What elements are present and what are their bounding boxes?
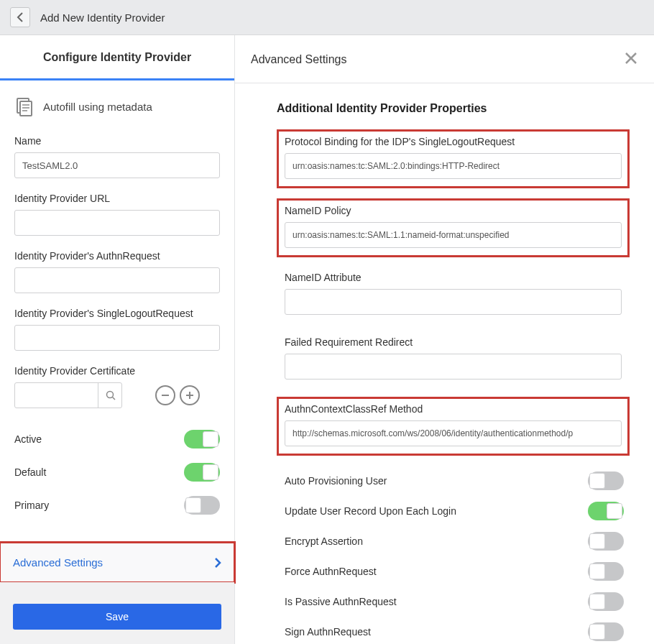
document-icon: [14, 96, 34, 116]
update-user-label: Update User Record Upon Each Login: [285, 505, 456, 517]
plus-icon: [185, 390, 195, 400]
autofill-label: Autofill using metadata: [43, 101, 152, 113]
name-label: Name: [14, 135, 220, 147]
is-passive-toggle[interactable]: [588, 592, 624, 611]
authn-ctx-input[interactable]: [285, 420, 622, 446]
is-passive-label: Is Passive AuthnRequest: [285, 596, 397, 607]
nameid-policy-input[interactable]: [285, 222, 622, 248]
default-toggle[interactable]: [184, 463, 220, 482]
close-button[interactable]: [624, 51, 638, 68]
idp-authn-label: Identity Provider's AuthnRequest: [14, 250, 220, 262]
additional-props-title: Additional Identity Provider Properties: [277, 102, 630, 115]
force-authn-label: Force AuthnRequest: [285, 566, 377, 577]
update-user-toggle[interactable]: [588, 502, 624, 520]
encrypt-toggle[interactable]: [588, 532, 624, 551]
chevron-left-icon: [17, 12, 24, 22]
autofill-metadata-button[interactable]: Autofill using metadata: [14, 96, 220, 116]
protocol-binding-input[interactable]: [285, 153, 622, 179]
configure-idp-title: Configure Identity Provider: [0, 51, 234, 64]
nameid-attr-input[interactable]: [285, 289, 622, 315]
page-title: Add New Identity Provider: [40, 12, 165, 24]
svg-line-6: [112, 397, 115, 400]
active-label: Active: [14, 433, 42, 445]
protocol-binding-label: Protocol Binding for the IDP's SingleLog…: [285, 136, 622, 147]
save-button[interactable]: Save: [13, 604, 221, 630]
primary-label: Primary: [14, 500, 49, 511]
left-panel: Configure Identity Provider Autofill usi…: [0, 35, 235, 644]
auto-prov-toggle[interactable]: [588, 472, 624, 490]
idp-authn-input[interactable]: [14, 267, 220, 293]
nameid-policy-label: NameID Policy: [285, 205, 622, 216]
failed-redirect-input[interactable]: [285, 354, 622, 380]
svg-point-5: [106, 392, 113, 398]
close-icon: [624, 51, 638, 65]
sign-authn-toggle[interactable]: [588, 622, 624, 641]
name-input[interactable]: [14, 152, 220, 178]
primary-toggle[interactable]: [184, 496, 220, 515]
authn-ctx-label: AuthnContextClassRef Method: [285, 403, 622, 415]
chevron-right-icon: [214, 557, 221, 569]
cert-add-button[interactable]: [180, 385, 200, 405]
force-authn-toggle[interactable]: [588, 562, 624, 581]
auto-prov-label: Auto Provisioning User: [285, 475, 387, 487]
default-label: Default: [14, 466, 46, 478]
topbar: Add New Identity Provider: [0, 0, 654, 35]
idp-slo-input[interactable]: [14, 325, 220, 351]
idp-slo-label: Identity Provider's SingleLogoutRequest: [14, 308, 220, 319]
encrypt-label: Encrypt Assertion: [285, 535, 363, 547]
svg-rect-1: [20, 101, 32, 116]
right-panel: Advanced Settings Additional Identity Pr…: [235, 35, 654, 644]
search-icon: [106, 390, 116, 400]
idp-cert-label: Identity Provider Certificate: [14, 365, 220, 377]
nameid-attr-label: NameID Attribute: [285, 272, 622, 283]
sign-authn-label: Sign AuthnRequest: [285, 626, 371, 638]
left-panel-header: Configure Identity Provider: [0, 35, 234, 80]
advanced-settings-label: Advanced Settings: [13, 556, 103, 569]
active-toggle[interactable]: [184, 430, 220, 448]
idp-url-label: Identity Provider URL: [14, 193, 220, 204]
advanced-settings-title: Advanced Settings: [251, 53, 346, 66]
advanced-settings-button[interactable]: Advanced Settings: [0, 543, 234, 582]
minus-icon: [160, 390, 170, 400]
failed-redirect-label: Failed Requirement Redirect: [285, 336, 622, 348]
cert-search-button[interactable]: [98, 382, 122, 408]
cert-remove-button[interactable]: [155, 385, 175, 405]
back-button[interactable]: [10, 7, 30, 27]
idp-url-input[interactable]: [14, 210, 220, 236]
